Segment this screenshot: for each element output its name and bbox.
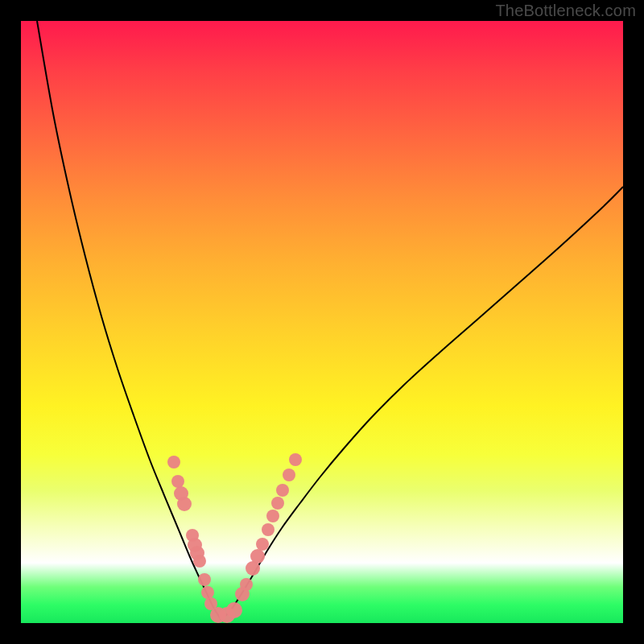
bead-point — [271, 497, 284, 510]
bead-point — [266, 510, 279, 522]
bead-point — [177, 497, 192, 511]
bead-point — [262, 523, 275, 536]
chart-frame: TheBottleneck.com — [0, 0, 644, 644]
curve-right-curve — [221, 187, 623, 620]
bead-point — [201, 586, 214, 599]
bead-point — [256, 538, 269, 551]
bead-point — [276, 484, 289, 497]
bead-point — [226, 602, 242, 618]
bead-point — [240, 578, 253, 591]
watermark-text: TheBottleneck.com — [495, 2, 636, 20]
bead-point — [198, 573, 211, 586]
bead-point — [167, 456, 180, 469]
bead-point — [283, 469, 295, 481]
bead-point — [193, 555, 206, 568]
bead-point — [171, 475, 184, 488]
plot-area — [21, 21, 623, 623]
bead-layer — [167, 453, 302, 623]
chart-svg — [21, 21, 623, 623]
bead-point — [250, 549, 265, 564]
bead-point — [289, 453, 302, 466]
curve-layer — [37, 21, 623, 620]
